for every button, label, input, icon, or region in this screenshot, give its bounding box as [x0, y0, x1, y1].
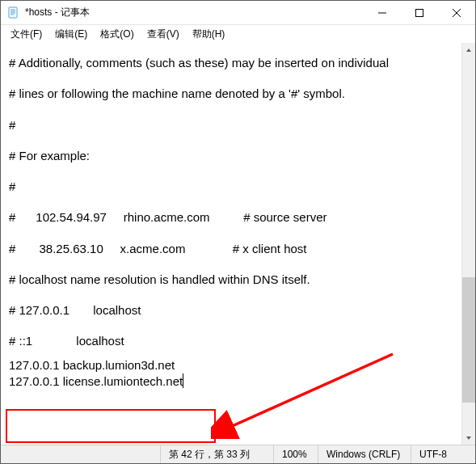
window-controls [364, 1, 475, 24]
status-eol: Windows (CRLF) [318, 445, 411, 463]
window-title: *hosts - 记事本 [25, 6, 364, 19]
text-line: # [9, 179, 15, 193]
titlebar[interactable]: *hosts - 记事本 [1, 1, 475, 25]
scroll-thumb[interactable] [462, 277, 475, 403]
svg-marker-10 [466, 437, 471, 440]
svg-rect-6 [416, 9, 423, 16]
text-caret [183, 373, 183, 388]
text-line: # 102.54.94.97 rhino.acme.com # source s… [9, 210, 327, 224]
text-line: # Additionally, comments (such as these)… [9, 56, 389, 70]
menu-format[interactable]: 格式(O) [94, 26, 140, 43]
menu-file[interactable]: 文件(F) [4, 26, 48, 43]
statusbar: 第 42 行，第 33 列 100% Windows (CRLF) UTF-8 [1, 445, 475, 463]
minimize-button[interactable] [364, 1, 401, 24]
text-line: 127.0.0.1 license.lumiontech.net [9, 374, 183, 388]
text-line: # 38.25.63.10 x.acme.com # x client host [9, 242, 307, 255]
menubar: 文件(F) 编辑(E) 格式(O) 查看(V) 帮助(H) [1, 25, 475, 43]
scroll-down-button[interactable] [462, 431, 475, 445]
content-area: # Additionally, comments (such as these)… [1, 43, 475, 445]
app-icon [7, 6, 20, 19]
vertical-scrollbar[interactable] [461, 43, 475, 445]
menu-help[interactable]: 帮助(H) [186, 26, 232, 43]
scroll-up-button[interactable] [462, 43, 475, 57]
notepad-window: *hosts - 记事本 文件(F) 编辑(E) 格式(O) 查看(V) 帮助(… [0, 0, 476, 464]
status-position: 第 42 行，第 33 列 [160, 445, 273, 463]
menu-edit[interactable]: 编辑(E) [48, 26, 94, 43]
text-line: # lines or following the machine name de… [9, 86, 345, 100]
text-line: # For example: [9, 149, 90, 162]
close-button[interactable] [438, 1, 475, 24]
text-editor[interactable]: # Additionally, comments (such as these)… [1, 43, 461, 445]
text-line: # localhost name resolution is handled w… [9, 272, 310, 286]
svg-marker-9 [466, 49, 471, 52]
menu-view[interactable]: 查看(V) [141, 26, 186, 43]
text-line: # [9, 118, 15, 132]
text-line: # ::1 localhost [9, 334, 124, 348]
maximize-button[interactable] [401, 1, 438, 24]
status-encoding: UTF-8 [411, 445, 475, 463]
text-line: # 127.0.0.1 localhost [9, 303, 141, 317]
text-line: 127.0.0.1 backup.lumion3d.net [9, 358, 175, 372]
status-zoom: 100% [273, 445, 318, 463]
